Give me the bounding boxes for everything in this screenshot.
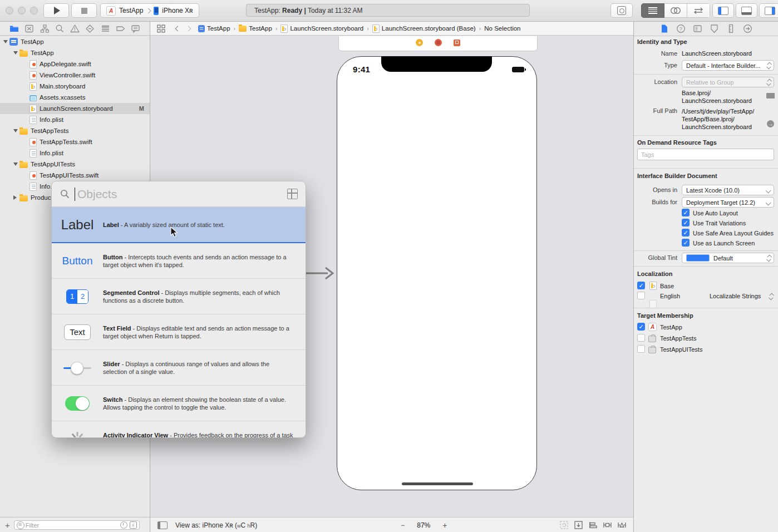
target-testapp-checkbox[interactable]: ✓	[637, 323, 645, 331]
file-inspector-tab[interactable]	[659, 23, 669, 34]
debug-navigator-tab[interactable]	[100, 23, 111, 34]
align-button[interactable]	[588, 520, 598, 530]
zoom-out-button[interactable]: −	[401, 521, 405, 529]
use-as-launch-screen-checkbox[interactable]: ✓	[682, 239, 690, 247]
recent-files-icon[interactable]	[120, 521, 127, 529]
tree-item-testappuitests-swift[interactable]: TestAppUITests.swift	[0, 170, 150, 181]
quick-help-inspector-tab[interactable]: ?	[676, 23, 686, 34]
add-file-button[interactable]: +	[5, 520, 10, 530]
localization-base-checkbox[interactable]: ✓	[637, 282, 645, 289]
tree-item-testappuitests-group[interactable]: TestAppUITests	[0, 159, 150, 170]
run-button[interactable]	[43, 3, 69, 18]
breadcrumb-item-file[interactable]: LaunchScreen.storyboard	[280, 24, 363, 33]
stepper-icon[interactable]	[769, 293, 774, 300]
disclosure-triangle-icon[interactable]	[13, 195, 19, 200]
opens-in-dropdown[interactable]: Latest Xcode (10.0)	[682, 185, 774, 195]
toggle-navigator-button[interactable]	[712, 3, 734, 18]
tree-item-appdelegate[interactable]: AppDelegate.swift	[0, 58, 150, 70]
library-item-text-field[interactable]: Text Text Field - Displays editable text…	[52, 314, 306, 349]
tree-item-testapptests-group[interactable]: TestAppTests	[0, 125, 150, 136]
source-control-navigator-tab[interactable]	[24, 23, 35, 34]
assistant-editor-button[interactable]	[664, 3, 687, 18]
tree-item-main-storyboard[interactable]: Main.storyboard	[0, 81, 150, 92]
library-item-slider[interactable]: Slider - Displays a continuous range of …	[52, 349, 306, 385]
tree-item-assets[interactable]: Assets.xcassets	[0, 92, 150, 103]
breadcrumb-item-project[interactable]: TestApp	[198, 25, 230, 32]
disclosure-triangle-icon[interactable]	[13, 129, 19, 132]
filter-input[interactable]	[24, 521, 120, 529]
view-controller-icon[interactable]	[416, 39, 423, 46]
issue-navigator-tab[interactable]	[70, 23, 80, 34]
identity-inspector-tab[interactable]	[692, 23, 703, 34]
symbol-navigator-tab[interactable]	[40, 23, 50, 34]
use-trait-variations-checkbox[interactable]: ✓	[682, 219, 690, 226]
toggle-debug-area-button[interactable]	[736, 3, 757, 18]
stop-button[interactable]	[71, 3, 97, 18]
add-constraints-button[interactable]	[603, 520, 612, 530]
embed-in-button[interactable]	[574, 520, 583, 530]
project-navigator-tab[interactable]	[9, 23, 19, 34]
library-search-input[interactable]	[76, 187, 283, 201]
tree-item-viewcontroller[interactable]: ViewController.swift	[0, 70, 150, 81]
device-bezel-toggle[interactable]	[157, 521, 168, 529]
disclosure-triangle-icon[interactable]	[13, 51, 19, 55]
location-dropdown[interactable]: Relative to Group	[682, 77, 774, 87]
open-path-arrow-icon[interactable]: →	[767, 120, 775, 128]
library-item-activity-indicator[interactable]: Activity Indicator View - Provides feedb…	[52, 421, 306, 438]
go-back-button[interactable]	[175, 26, 181, 31]
disclosure-triangle-icon[interactable]	[3, 40, 9, 43]
use-auto-layout-checkbox[interactable]: ✓	[682, 209, 690, 216]
grid-view-icon[interactable]	[287, 189, 298, 199]
storyboard-entry-point-arrow[interactable]	[302, 266, 336, 280]
zoom-in-button[interactable]: +	[442, 521, 447, 530]
library-item-switch[interactable]: Switch - Displays an element showing the…	[52, 385, 306, 421]
disclosure-triangle-icon[interactable]	[13, 162, 19, 166]
version-editor-button[interactable]	[687, 3, 710, 18]
target-testappuitests-checkbox[interactable]	[637, 345, 645, 353]
use-safe-area-checkbox[interactable]: ✓	[682, 229, 690, 237]
panel-divider[interactable]	[633, 22, 634, 532]
target-testapptests-checkbox[interactable]	[637, 334, 645, 342]
tree-item-infoplist-2[interactable]: Info.plist	[0, 147, 150, 159]
related-items-icon[interactable]	[157, 24, 165, 33]
tree-item-testapptests-swift[interactable]: TestAppTests.swift	[0, 136, 150, 147]
window-minimize-button[interactable]	[18, 7, 26, 14]
zoom-level[interactable]: 87%	[417, 521, 430, 529]
scheme-selector[interactable]: A TestApp iPhone Xʀ	[100, 3, 199, 18]
exit-segue-icon[interactable]	[454, 40, 460, 46]
update-frames-button[interactable]	[559, 520, 569, 530]
breadcrumb-item-selection[interactable]: No Selection	[484, 25, 520, 32]
tree-item-testapp-project[interactable]: TestApp	[0, 36, 150, 47]
resolve-layout-issues-button[interactable]	[617, 520, 627, 530]
source-control-filter-icon[interactable]: ±	[130, 521, 137, 529]
report-navigator-tab[interactable]	[130, 23, 141, 34]
find-navigator-tab[interactable]	[55, 23, 65, 34]
library-button[interactable]	[610, 3, 633, 18]
view-as-label[interactable]: View as: iPhone Xʀ (wC hR)	[175, 521, 257, 529]
attributes-inspector-tab[interactable]	[709, 23, 720, 34]
tree-item-testapp-group[interactable]: TestApp	[0, 47, 150, 58]
toggle-inspector-button[interactable]	[759, 3, 778, 18]
builds-for-dropdown[interactable]: Deployment Target (12.2)	[682, 197, 774, 208]
tree-item-infoplist[interactable]: Info.plist	[0, 114, 150, 125]
tags-input[interactable]	[638, 149, 778, 160]
global-tint-dropdown[interactable]: Default	[682, 253, 774, 263]
standard-editor-button[interactable]	[641, 3, 664, 18]
iphone-xr-device-frame[interactable]: 9:41	[337, 56, 537, 490]
breadcrumb-item-file-base[interactable]: LaunchScreen.storyboard (Base)	[372, 24, 476, 33]
size-inspector-tab[interactable]	[726, 23, 736, 34]
breadcrumb-item-group[interactable]: TestApp	[239, 25, 272, 32]
window-zoom-button[interactable]	[30, 7, 38, 14]
test-navigator-tab[interactable]	[85, 23, 95, 34]
library-item-button[interactable]: Button Button - Intercepts touch events …	[52, 243, 306, 278]
connections-inspector-tab[interactable]	[742, 23, 753, 34]
breakpoint-navigator-tab[interactable]	[115, 23, 126, 34]
tree-item-launchscreen-storyboard[interactable]: LaunchScreen.storyboard M	[0, 103, 150, 114]
window-close-button[interactable]	[6, 7, 13, 14]
go-forward-button[interactable]	[186, 26, 191, 31]
folder-badge-icon[interactable]	[766, 92, 774, 100]
localization-english-checkbox[interactable]	[637, 292, 645, 299]
first-responder-icon[interactable]	[435, 39, 442, 46]
library-item-segmented-control[interactable]: 12 Segmented Control - Displays multiple…	[52, 278, 306, 314]
type-dropdown[interactable]: Default - Interface Builder...	[682, 60, 774, 71]
